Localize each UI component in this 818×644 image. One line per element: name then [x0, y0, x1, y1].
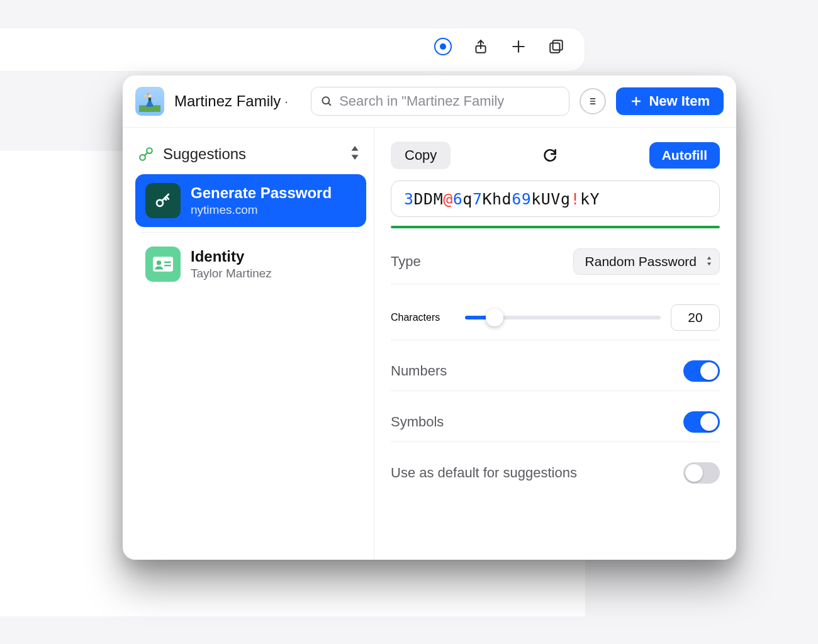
numbers-label: Numbers [391, 363, 447, 379]
vault-name-label: Martinez Family [174, 92, 281, 110]
svg-rect-16 [164, 265, 171, 266]
sidebar-section-header[interactable]: Suggestions [135, 140, 366, 174]
vault-selector[interactable]: Martinez Family · [174, 92, 288, 110]
chevron-updown-icon [705, 254, 713, 269]
default-toggle[interactable] [683, 462, 720, 484]
characters-label: Characters [391, 312, 440, 323]
password-segment: 3 [404, 190, 414, 208]
type-label: Type [391, 253, 421, 270]
type-dropdown[interactable]: Random Password [573, 248, 720, 275]
svg-point-5 [148, 94, 151, 97]
password-segment: 69 [512, 190, 531, 208]
search-field[interactable] [311, 87, 569, 116]
new-item-button[interactable]: New Item [616, 87, 724, 115]
plus-icon[interactable] [509, 37, 528, 56]
identity-icon [145, 247, 181, 282]
search-input[interactable] [339, 93, 560, 109]
password-segment: DDM [414, 190, 444, 208]
item-title: Identity [191, 248, 272, 265]
symbols-toggle[interactable] [683, 411, 720, 433]
password-segment: q [462, 190, 473, 208]
numbers-row: Numbers [391, 352, 720, 391]
sidebar-item-generate-password[interactable]: Generate Password nytimes.com [135, 174, 366, 227]
password-strength-bar [391, 226, 720, 228]
svg-rect-2 [550, 43, 559, 53]
list-icon [586, 95, 599, 108]
sidebar-section-label: Suggestions [163, 145, 246, 163]
svg-point-14 [157, 260, 161, 265]
password-segment: 6 [453, 190, 463, 208]
svg-point-4 [143, 94, 146, 97]
suggestions-icon [138, 146, 154, 162]
password-segment: Khd [482, 190, 512, 208]
default-label: Use as default for suggestions [391, 465, 577, 481]
type-row: Type Random Password [391, 240, 720, 284]
slider-knob[interactable] [486, 309, 503, 326]
svg-point-6 [322, 97, 329, 104]
symbols-label: Symbols [391, 414, 444, 430]
detail-pane: Copy Autofill 3DDM@6q7Khd69kUVg!kY Type … [374, 128, 736, 560]
popover-header: Martinez Family · New Item [123, 75, 736, 128]
item-subtitle: Taylor Martinez [191, 267, 272, 280]
key-icon [145, 183, 181, 218]
share-icon[interactable] [471, 37, 490, 56]
password-segment: ! [570, 190, 580, 208]
default-suggestions-row: Use as default for suggestions [391, 453, 720, 492]
suggestions-sidebar: Suggestions Generate Password nytimes.co… [123, 128, 374, 560]
generated-password-field[interactable]: 3DDM@6q7Khd69kUVg!kY [391, 180, 720, 217]
plus-icon [630, 95, 642, 108]
onepassword-popover: Martinez Family · New Item Suggestions [123, 75, 736, 560]
divider [142, 232, 360, 233]
svg-rect-1 [553, 40, 563, 50]
password-segment: kUVg [531, 190, 570, 208]
item-subtitle: nytimes.com [191, 203, 332, 217]
list-view-button[interactable] [580, 88, 606, 114]
browser-toolbar [0, 28, 585, 72]
characters-count[interactable]: 20 [671, 304, 720, 331]
sort-icon[interactable] [350, 146, 360, 162]
vault-avatar[interactable] [135, 87, 164, 116]
search-icon [320, 94, 333, 108]
item-title: Generate Password [191, 184, 332, 202]
password-segment: kY [580, 190, 600, 208]
copy-button[interactable]: Copy [391, 142, 451, 169]
password-segment: @ [443, 190, 453, 208]
vault-dropdown-indicator-icon: · [284, 94, 288, 109]
type-value: Random Password [585, 254, 697, 269]
characters-slider[interactable] [465, 316, 661, 319]
password-segment: 7 [473, 190, 483, 208]
symbols-row: Symbols [391, 402, 720, 442]
characters-row: Characters 20 [391, 296, 720, 340]
regenerate-button[interactable] [539, 144, 561, 167]
tabs-icon[interactable] [547, 37, 566, 56]
sidebar-item-identity[interactable]: Identity Taylor Martinez [135, 238, 366, 291]
svg-rect-15 [164, 262, 171, 263]
numbers-toggle[interactable] [683, 360, 720, 382]
new-item-label: New Item [649, 93, 710, 109]
autofill-button[interactable]: Autofill [649, 142, 720, 169]
onepassword-extension-icon[interactable] [434, 37, 452, 56]
refresh-icon [542, 147, 558, 164]
